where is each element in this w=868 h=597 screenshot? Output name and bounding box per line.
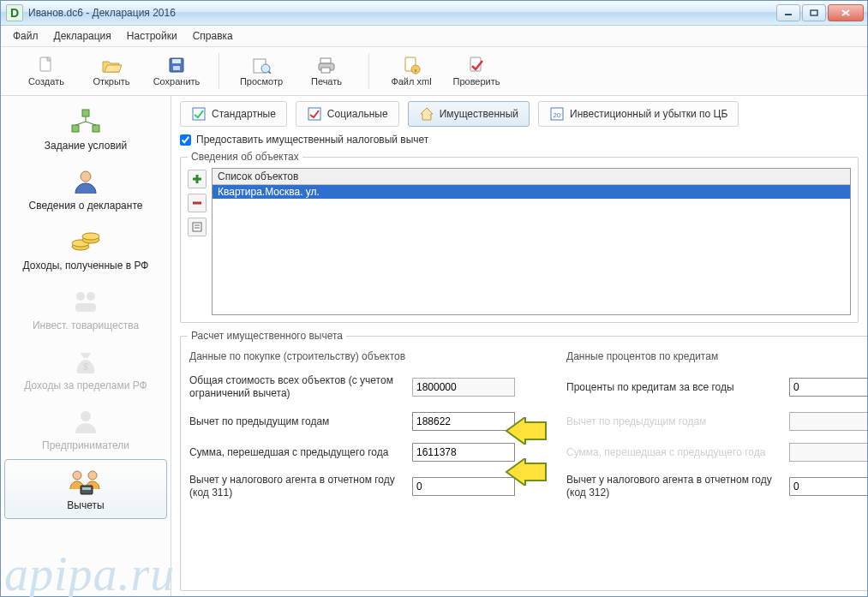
loan-prev-years-input [789, 412, 867, 431]
svg-line-23 [75, 122, 86, 125]
svg-rect-1 [811, 10, 817, 15]
tool-check-label: Проверить [452, 76, 500, 87]
svg-rect-7 [172, 59, 181, 63]
edit-object-button[interactable] [188, 218, 207, 236]
carried-over-input[interactable] [412, 443, 515, 462]
entrepreneur-icon [67, 407, 105, 436]
total-cost-label: Общая стоимость всех объектов (с учетом … [189, 374, 404, 400]
svg-rect-12 [320, 58, 331, 63]
calc-grid: Данные по покупке (строительству) объект… [188, 347, 867, 508]
agent-311-input[interactable] [412, 477, 515, 496]
provide-deduction-label: Предоставить имущественный налоговый выч… [196, 134, 428, 146]
nav-deductions[interactable]: Вычеты [4, 459, 167, 519]
tool-preview-label: Просмотр [240, 76, 283, 87]
prev-years-deduction-input[interactable] [412, 412, 515, 431]
app-icon: D [6, 4, 23, 21]
agent-311-label: Вычет у налогового агента в отчетном год… [189, 474, 404, 499]
nav-declarant-label: Сведения о декларанте [29, 200, 143, 212]
tool-create-label: Создать [28, 76, 64, 87]
nav-income-abroad: $ Доходы за пределами РФ [4, 339, 167, 399]
minimize-icon [784, 9, 793, 16]
nav-conditions[interactable]: Задание условий [4, 99, 167, 159]
social-tab-icon [307, 106, 322, 122]
xml-file-icon: x [400, 56, 422, 75]
loan-interest-label: Проценты по кредитам за все годы [566, 381, 781, 394]
tool-xml[interactable]: x Файл xml [381, 53, 441, 89]
agent-312-label: Вычет у налогового агента в отчетном год… [566, 474, 781, 499]
tab-invest[interactable]: 20 Инвестиционный и убытки по ЦБ [538, 101, 739, 127]
svg-rect-21 [93, 125, 99, 132]
plus-icon [192, 174, 202, 184]
nav-declarant[interactable]: Сведения о декларанте [4, 159, 167, 219]
tool-print-label: Печать [311, 76, 342, 87]
add-object-button[interactable] [188, 170, 207, 188]
svg-point-30 [76, 292, 85, 301]
coins-icon [67, 227, 105, 256]
tool-preview[interactable]: Просмотр [231, 53, 291, 89]
tab-property-label: Имущественный [440, 108, 518, 120]
titlebar: D Иванов.dc6 - Декларация 2016 [1, 1, 867, 26]
tool-open[interactable]: Открыть [81, 53, 141, 89]
svg-line-24 [86, 122, 96, 125]
maximize-button[interactable] [802, 4, 826, 21]
tool-save[interactable]: Сохранить [147, 53, 207, 89]
svg-point-34 [81, 411, 91, 421]
tool-open-label: Открыть [93, 76, 129, 87]
standard-tab-icon [191, 106, 207, 122]
tab-social-label: Социальные [327, 108, 388, 120]
menu-settings[interactable]: Настройки [122, 27, 183, 45]
tool-check[interactable]: Проверить [446, 53, 506, 89]
provide-deduction-checkbox[interactable] [180, 134, 191, 146]
remove-object-button[interactable] [188, 194, 207, 212]
objects-list-header: Список объектов [213, 169, 850, 185]
svg-line-11 [268, 71, 271, 74]
invest-tab-icon: 20 [549, 106, 565, 122]
nav-income-rf[interactable]: Доходы, полученные в РФ [4, 219, 167, 279]
nav-invest-partner-label: Инвест. товарищества [33, 319, 139, 331]
tool-print[interactable]: Печать [296, 53, 356, 89]
conditions-icon [67, 107, 105, 136]
menu-help[interactable]: Справка [188, 27, 238, 45]
carried-over-label: Сумма, перешедшая с предыдущего года [189, 446, 404, 459]
new-file-icon [35, 56, 57, 75]
tool-create[interactable]: Создать [16, 53, 76, 89]
tab-social[interactable]: Социальные [296, 101, 399, 127]
calc-fieldset: Расчет имущественного вычета Данные по п… [180, 330, 867, 591]
tab-property[interactable]: Имущественный [408, 101, 530, 127]
total-cost-input [412, 378, 515, 397]
svg-marker-41 [421, 108, 433, 120]
object-row-selected[interactable]: Квартира.Москва. ул. [213, 185, 850, 199]
objects-list[interactable]: Список объектов Квартира.Москва. ул. [212, 168, 851, 315]
toolbar: Создать Открыть Сохранить Просмо [1, 47, 867, 96]
loan-interest-input[interactable] [789, 378, 867, 397]
nav-entrepreneur-label: Предприниматели [42, 439, 129, 451]
loan-prev-years-label: Вычет по предыдущим годам [566, 415, 781, 428]
menu-file[interactable]: Файл [8, 27, 44, 45]
calc-head-loans: Данные процентов по кредитам [566, 350, 867, 362]
close-icon [841, 9, 851, 17]
svg-text:x: x [415, 68, 417, 73]
tab-invest-label: Инвестиционный и убытки по ЦБ [570, 108, 727, 120]
moneybag-icon: $ [67, 347, 105, 376]
open-folder-icon [100, 56, 123, 75]
nav-deductions-label: Вычеты [67, 499, 104, 511]
tool-xml-label: Файл xml [391, 76, 431, 87]
close-button[interactable] [828, 4, 864, 21]
svg-point-31 [87, 292, 95, 301]
calc-head-purchase: Данные по покупке (строительству) объект… [189, 350, 515, 362]
svg-rect-20 [72, 125, 79, 132]
agent-312-input[interactable] [789, 477, 867, 496]
objects-fieldset: Сведения об объектах Сп [180, 151, 859, 323]
menu-decl[interactable]: Декларация [49, 27, 117, 45]
minimize-button[interactable] [776, 4, 800, 21]
svg-rect-8 [173, 66, 180, 70]
print-icon [315, 56, 338, 75]
window-title: Иванов.dc6 - Декларация 2016 [28, 7, 771, 19]
svg-point-29 [82, 233, 99, 240]
svg-text:$: $ [83, 362, 88, 372]
maximize-icon [810, 9, 818, 16]
svg-point-36 [88, 471, 97, 480]
svg-rect-32 [75, 303, 96, 312]
tab-standard[interactable]: Стандартные [180, 101, 287, 127]
svg-rect-47 [193, 223, 201, 231]
